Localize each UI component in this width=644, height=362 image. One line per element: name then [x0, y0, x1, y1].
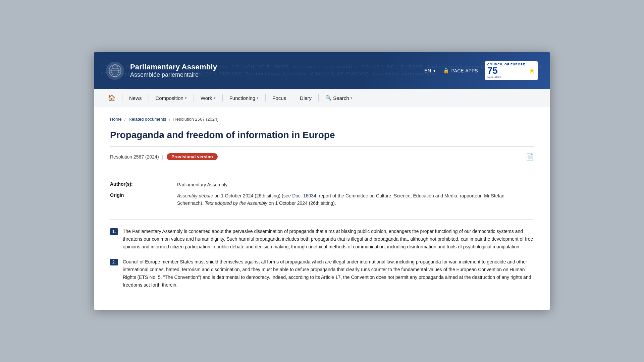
- breadcrumb-related[interactable]: Related documents: [129, 117, 166, 122]
- origin-row: Origin Assembly debate on 1 October 2024…: [110, 190, 534, 209]
- nav-divider-2: [149, 94, 149, 102]
- origin-value: Assembly debate on 1 October 2024 (26th …: [177, 190, 534, 209]
- coe-years-range: 1949–2024: [487, 75, 525, 78]
- chevron-down-icon-3: ▾: [257, 96, 259, 100]
- document-meta-table: Author(s): Parliamentary Assembly Origin…: [110, 179, 534, 209]
- nav-divider-4: [222, 94, 223, 102]
- provisional-badge: Provisional version: [167, 153, 218, 160]
- author-label: Author(s):: [110, 179, 177, 191]
- lang-arrow-icon: ▼: [433, 69, 436, 73]
- nav-item-functioning[interactable]: Functioning ▾: [223, 90, 265, 106]
- pdf-download-icon[interactable]: 📄: [526, 153, 534, 161]
- nav-home-button[interactable]: 🏠: [102, 89, 121, 106]
- language-button[interactable]: EN ▼: [424, 68, 436, 73]
- author-row: Author(s): Parliamentary Assembly: [110, 179, 534, 191]
- nav-item-diary[interactable]: Diary: [294, 90, 318, 106]
- section-number-2: 2.: [110, 259, 118, 265]
- breadcrumb-home[interactable]: Home: [110, 117, 122, 122]
- pace-logo: [106, 62, 124, 80]
- nav-item-work[interactable]: Work ▾: [195, 90, 222, 106]
- nav-divider-3: [194, 94, 194, 102]
- breadcrumb-current: Resolution 2567 (2024): [173, 117, 218, 122]
- pace-apps-button[interactable]: 🔒 PACE-APPS: [443, 68, 478, 74]
- section-2: 2. Council of Europe member States must …: [110, 258, 534, 289]
- nav-item-news[interactable]: News: [123, 90, 148, 106]
- nav-item-search[interactable]: 🔍 Search ▾: [319, 90, 359, 106]
- nav-item-focus[interactable]: Focus: [266, 90, 292, 106]
- header-right: EN ▼ 🔒 PACE-APPS COUNCIL OF EUROPE 75 19…: [424, 61, 538, 80]
- author-value: Parliamentary Assembly: [177, 179, 534, 191]
- nav-divider-1: [122, 94, 122, 102]
- coe-anniversary-badge: COUNCIL OF EUROPE 75 1949–2024 ★: [485, 61, 538, 80]
- title-line2: Assemblée parlementaire: [130, 71, 217, 78]
- section-text-2: Council of Europe member States must shi…: [123, 258, 534, 289]
- nav-divider-7: [318, 94, 319, 102]
- doc-link[interactable]: Doc. 16034: [292, 193, 316, 198]
- content-divider-2: [110, 219, 534, 220]
- site-title: Parliamentary Assembly Assemblée parleme…: [130, 63, 217, 78]
- main-navigation: 🏠 News Composition ▾ Work ▾ Functioning …: [94, 89, 550, 107]
- title-line1: Parliamentary Assembly: [130, 63, 217, 71]
- content-divider: [110, 171, 534, 171]
- nav-item-composition[interactable]: Composition ▾: [150, 90, 193, 106]
- nav-divider-5: [265, 94, 266, 102]
- breadcrumb: Home / Related documents / Resolution 25…: [110, 117, 534, 122]
- browser-window: CONSEIL DE L'EUROPE Parliamentary Assemb…: [94, 52, 550, 310]
- chevron-down-icon-4: ▾: [351, 96, 353, 100]
- lock-icon: 🔒: [443, 68, 449, 74]
- main-content: Home / Related documents / Resolution 25…: [94, 107, 550, 310]
- page-title: Propaganda and freedom of information in…: [110, 129, 534, 147]
- coe-years-number: 75: [487, 66, 498, 75]
- section-1: 1. The Parliamentary Assembly is concern…: [110, 228, 534, 251]
- resolution-meta-row: Resolution 2567 (2024) | Provisional ver…: [110, 153, 534, 161]
- chevron-down-icon-2: ▾: [214, 96, 216, 100]
- section-text-1: The Parliamentary Assembly is concerned …: [123, 228, 534, 251]
- origin-label: Origin: [110, 190, 177, 209]
- resolution-label: Resolution 2567 (2024): [110, 154, 159, 160]
- star-circle-icon: ★: [529, 66, 535, 75]
- nav-divider-6: [293, 94, 293, 102]
- section-number-1: 1.: [110, 228, 118, 235]
- site-header: CONSEIL DE L'EUROPE Parliamentary Assemb…: [94, 52, 550, 89]
- header-left: Parliamentary Assembly Assemblée parleme…: [106, 62, 217, 80]
- search-icon: 🔍: [325, 95, 332, 101]
- chevron-down-icon: ▾: [185, 96, 187, 100]
